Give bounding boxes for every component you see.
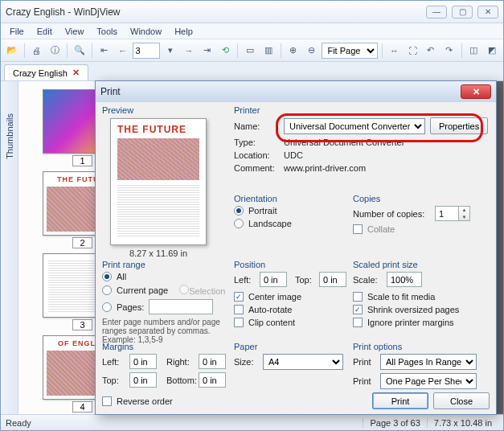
margin-left-input[interactable] bbox=[129, 354, 157, 369]
clip-content-checkbox[interactable] bbox=[234, 318, 244, 327]
print-layout-select[interactable]: One Page Per Sheet bbox=[380, 373, 477, 389]
reverse-order-checkbox[interactable] bbox=[102, 396, 112, 406]
preview-label: Preview bbox=[102, 105, 215, 115]
margin-bottom-input[interactable] bbox=[199, 372, 226, 388]
toolbar: 📂 🖨 ⓘ 🔍 ⇤ ← ▾ → ⇥ ⟲ ▭ ▥ ⊕ ⊖ Fit Page ↔ ⛶… bbox=[1, 39, 503, 62]
open-icon[interactable]: 📂 bbox=[4, 43, 20, 59]
tool2-icon[interactable]: ◩ bbox=[484, 43, 500, 59]
minimize-button[interactable]: — bbox=[426, 6, 447, 18]
status-size: 7.73 x 10.48 in bbox=[427, 418, 498, 428]
range-current-radio[interactable] bbox=[102, 285, 112, 295]
document-tab[interactable]: Crazy English ✕ bbox=[4, 64, 88, 80]
tool1-icon[interactable]: ◫ bbox=[466, 43, 482, 59]
window-title: Crazy English - WinDjView bbox=[6, 6, 426, 18]
printer-location-label: Location: bbox=[234, 150, 279, 160]
zoom-out-icon[interactable]: ⊖ bbox=[304, 43, 320, 59]
info-icon[interactable]: ⓘ bbox=[47, 43, 63, 59]
thumb-num: 2 bbox=[72, 237, 92, 248]
rotate-right-icon[interactable]: ↷ bbox=[441, 43, 457, 59]
center-image-checkbox[interactable]: ✓ bbox=[234, 292, 244, 302]
last-page-icon[interactable]: ⇥ bbox=[199, 43, 215, 59]
paper-label: Paper bbox=[234, 342, 346, 351]
prev-page-icon[interactable]: ← bbox=[115, 43, 131, 59]
rotate-left-icon[interactable]: ↶ bbox=[423, 43, 439, 59]
pos-left-input[interactable] bbox=[260, 272, 287, 287]
scaled-label: Scaled print size bbox=[353, 260, 490, 269]
zoom-mode-select[interactable]: Fit Page bbox=[322, 43, 377, 59]
printer-label: Printer bbox=[234, 105, 490, 115]
status-ready: Ready bbox=[6, 418, 31, 428]
maximize-button[interactable]: ▢ bbox=[452, 6, 473, 18]
zoom-in-icon[interactable]: ⊕ bbox=[285, 43, 301, 59]
layout-single-icon[interactable]: ▭ bbox=[242, 43, 258, 59]
status-page: Page 3 of 63 bbox=[363, 418, 426, 428]
pos-top-input[interactable] bbox=[319, 272, 346, 287]
page-dropdown-icon[interactable]: ▾ bbox=[162, 43, 178, 59]
margins-label: Margins bbox=[102, 342, 231, 351]
range-label: Print range bbox=[102, 260, 231, 269]
printer-comment-value: www.print-driver.com bbox=[284, 163, 366, 173]
print-pages-select[interactable]: All Pages In Range bbox=[380, 354, 477, 370]
layout-continuous-icon[interactable]: ▥ bbox=[260, 43, 277, 59]
printer-comment-label: Comment: bbox=[234, 163, 279, 173]
dialog-titlebar: Print ✕ bbox=[96, 81, 496, 102]
menu-help[interactable]: Help bbox=[169, 25, 199, 38]
range-pages-radio[interactable] bbox=[102, 302, 112, 312]
dialog-title: Print bbox=[100, 86, 461, 97]
printer-properties-button[interactable]: Properties bbox=[430, 117, 488, 134]
copies-input[interactable] bbox=[435, 206, 459, 221]
tab-close-icon[interactable]: ✕ bbox=[72, 68, 80, 78]
thumb-num: 1 bbox=[72, 155, 92, 166]
thumbnails-sidebar-tab[interactable]: Thumbnails bbox=[1, 81, 18, 414]
printer-type-value: Universal Document Converter bbox=[284, 138, 404, 147]
fit-width-icon[interactable]: ↔ bbox=[387, 43, 403, 59]
autorotate-checkbox[interactable] bbox=[234, 305, 244, 314]
shrink-checkbox[interactable]: ✓ bbox=[353, 305, 363, 314]
close-button[interactable]: ✕ bbox=[477, 6, 498, 18]
find-icon[interactable]: 🔍 bbox=[72, 43, 88, 59]
range-selection-radio bbox=[179, 285, 189, 294]
dialog-print-button[interactable]: Print bbox=[372, 392, 428, 409]
range-hint: Enter page numbers and/or page ranges se… bbox=[102, 318, 231, 344]
printer-type-label: Type: bbox=[234, 138, 279, 147]
dialog-close-button[interactable]: Close bbox=[433, 392, 490, 409]
menu-file[interactable]: File bbox=[4, 25, 30, 38]
fit-page-icon[interactable]: ⛶ bbox=[404, 43, 420, 59]
tab-label: Crazy English bbox=[13, 68, 68, 78]
range-pages-input[interactable] bbox=[149, 299, 213, 314]
titlebar: Crazy English - WinDjView — ▢ ✕ bbox=[1, 1, 503, 23]
first-page-icon[interactable]: ⇤ bbox=[96, 43, 113, 59]
menu-edit[interactable]: Edit bbox=[31, 25, 58, 38]
paper-size-select[interactable]: A4 bbox=[263, 354, 343, 370]
page-number-input[interactable] bbox=[133, 43, 160, 59]
print-preview: THE FUTURE bbox=[110, 118, 207, 245]
printer-name-select[interactable]: Universal Document Converter bbox=[284, 118, 425, 134]
menu-tools[interactable]: Tools bbox=[91, 25, 123, 38]
copies-num-label: Number of copies: bbox=[353, 209, 430, 219]
thumbnails-label: Thumbnails bbox=[5, 113, 14, 159]
menu-window[interactable]: Window bbox=[125, 25, 167, 38]
menu-view[interactable]: View bbox=[59, 25, 90, 38]
next-page-icon[interactable]: → bbox=[181, 43, 197, 59]
print-options-label: Print options bbox=[353, 342, 490, 351]
margin-right-input[interactable] bbox=[199, 354, 226, 369]
print-dialog: Print ✕ Preview THE FUTURE 8.27 x 11.69 … bbox=[95, 80, 497, 415]
thumb-num: 3 bbox=[72, 319, 92, 330]
copies-spinner[interactable]: ▲▼ bbox=[459, 206, 470, 221]
printer-location-value: UDC bbox=[284, 150, 303, 160]
thumb-num: 4 bbox=[72, 401, 92, 413]
print-icon[interactable]: 🖨 bbox=[29, 43, 45, 59]
ignore-margins-checkbox[interactable] bbox=[353, 318, 363, 327]
scale-input[interactable] bbox=[387, 272, 422, 287]
landscape-radio[interactable] bbox=[234, 219, 244, 228]
position-label: Position bbox=[234, 260, 346, 269]
portrait-radio[interactable] bbox=[234, 206, 244, 216]
nav-back-icon[interactable]: ⟲ bbox=[218, 43, 234, 59]
margin-top-input[interactable] bbox=[129, 372, 157, 388]
printer-name-label: Name: bbox=[234, 121, 279, 131]
document-tabstrip: Crazy English ✕ bbox=[1, 62, 503, 81]
range-all-radio[interactable] bbox=[102, 272, 112, 281]
collate-checkbox[interactable] bbox=[353, 224, 363, 234]
scale-fit-checkbox[interactable] bbox=[353, 292, 363, 302]
dialog-close-button[interactable]: ✕ bbox=[461, 84, 491, 99]
